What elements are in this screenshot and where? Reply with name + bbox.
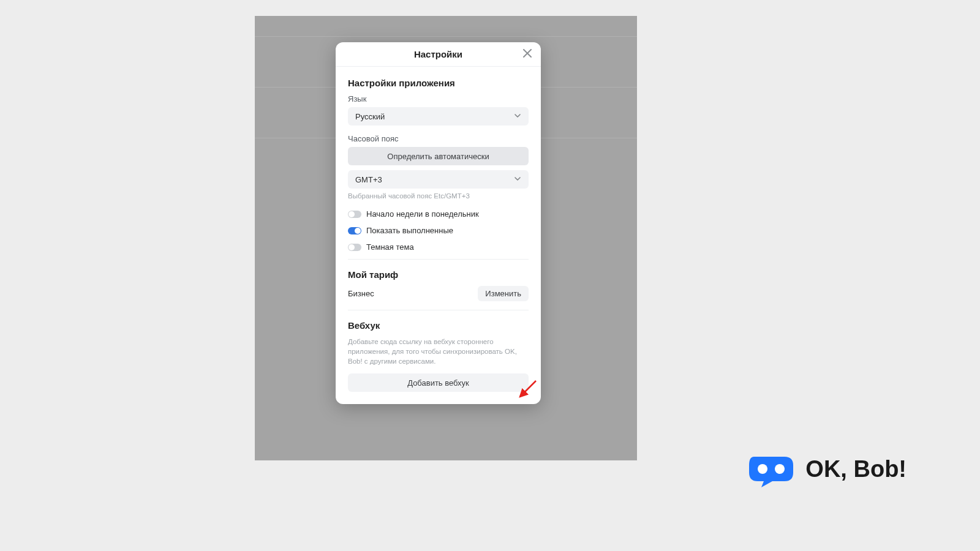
modal-title: Настройки: [414, 49, 462, 59]
toggle-knob: [355, 228, 361, 234]
plan-heading: Мой тариф: [348, 269, 529, 280]
dark-theme-toggle-row: Темная тема: [348, 242, 529, 252]
toggle-knob: [349, 211, 355, 217]
close-button[interactable]: [520, 47, 535, 62]
language-select[interactable]: Русский: [348, 107, 529, 126]
show-completed-toggle[interactable]: [348, 227, 361, 234]
week-start-toggle-row: Начало недели в понедельник: [348, 209, 529, 219]
settings-modal: Настройки Настройки приложения Язык Русс…: [336, 42, 541, 404]
modal-header: Настройки: [336, 42, 541, 67]
chevron-down-icon: [514, 112, 521, 121]
add-webhook-label: Добавить вебхук: [407, 378, 469, 388]
divider: [348, 310, 529, 310]
plan-row: Бизнес Изменить: [348, 286, 529, 301]
week-start-toggle[interactable]: [348, 211, 361, 218]
timezone-select[interactable]: GMT+3: [348, 170, 529, 189]
add-webhook-button[interactable]: Добавить вебхук: [348, 373, 529, 392]
logo-text: OK, Bob!: [805, 456, 907, 482]
detect-timezone-label: Определить автоматически: [387, 152, 489, 161]
show-completed-toggle-row: Показать выполненные: [348, 226, 529, 235]
svg-point-3: [758, 464, 767, 474]
week-start-label: Начало недели в понедельник: [366, 209, 479, 219]
plan-name: Бизнес: [348, 289, 374, 298]
language-value: Русский: [355, 112, 385, 121]
timezone-value: GMT+3: [355, 175, 382, 184]
divider: [348, 259, 529, 260]
logo-bubble-icon: [747, 454, 796, 484]
dark-theme-label: Темная тема: [366, 242, 414, 252]
close-icon: [523, 49, 532, 60]
change-plan-label: Изменить: [485, 289, 521, 298]
app-settings-heading: Настройки приложения: [348, 78, 529, 88]
change-plan-button[interactable]: Изменить: [478, 286, 529, 301]
detect-timezone-button[interactable]: Определить автоматически: [348, 147, 529, 165]
webhook-hint: Добавьте сюда ссылку на вебхук стороннег…: [348, 337, 529, 366]
brand-logo: OK, Bob!: [747, 454, 907, 484]
language-label: Язык: [348, 94, 529, 103]
modal-body: Настройки приложения Язык Русский Часово…: [336, 67, 541, 404]
timezone-hint: Выбранный часовой пояс Etc/GMT+3: [348, 191, 529, 201]
toggle-knob: [349, 244, 355, 250]
show-completed-label: Показать выполненные: [366, 226, 453, 235]
webhook-heading: Вебхук: [348, 320, 529, 331]
dark-theme-toggle[interactable]: [348, 244, 361, 251]
timezone-label: Часовой пояс: [348, 134, 529, 143]
svg-point-4: [775, 464, 785, 474]
chevron-down-icon: [514, 175, 521, 184]
